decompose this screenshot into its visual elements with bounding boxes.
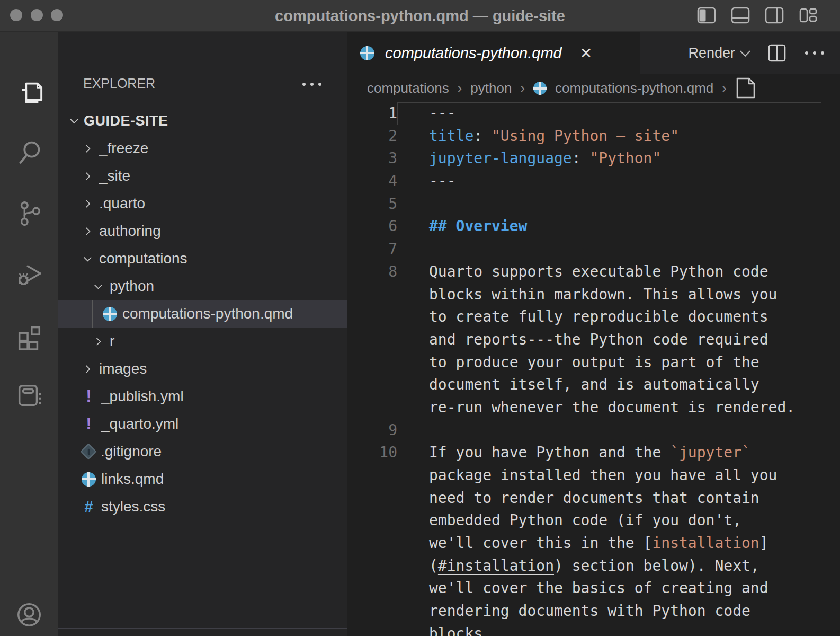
tree-item-r[interactable]: r bbox=[58, 328, 347, 355]
tree-item-styles-css[interactable]: #styles.css bbox=[58, 493, 347, 520]
tree-item--quarto[interactable]: .quarto bbox=[58, 190, 347, 217]
tab-label: computations-python.qmd bbox=[385, 45, 562, 62]
activity-bar bbox=[0, 32, 58, 636]
breadcrumb-item[interactable]: computations-python.qmd bbox=[555, 80, 713, 96]
tree-item-authoring[interactable]: authoring bbox=[58, 217, 347, 245]
code-row: (#installation) section below). Next, bbox=[347, 555, 840, 578]
quarto-file-icon bbox=[82, 472, 96, 487]
render-button[interactable]: Render bbox=[688, 45, 749, 61]
yaml-file-icon: ! bbox=[82, 414, 96, 434]
code-row: re-run whenever the document is rendered… bbox=[347, 396, 840, 419]
code-row: and reports---the Python code required bbox=[347, 329, 840, 351]
tree-item-images[interactable]: images bbox=[58, 355, 347, 383]
git-file-icon bbox=[80, 443, 96, 460]
code-line[interactable] bbox=[397, 193, 429, 216]
layout-panel-icon[interactable] bbox=[731, 7, 750, 24]
code-line[interactable] bbox=[397, 238, 429, 261]
chevron-down-icon bbox=[740, 46, 750, 57]
debug-icon[interactable] bbox=[15, 260, 43, 288]
code-line[interactable]: need to render documents that contain bbox=[397, 487, 759, 510]
editor-more-actions-icon[interactable] bbox=[805, 51, 824, 55]
code-row: package installed then you have all you bbox=[347, 464, 840, 487]
code-line[interactable]: package installed then you have all you bbox=[397, 464, 777, 487]
code-line[interactable]: re-run whenever the document is rendered… bbox=[397, 396, 795, 419]
scrollbar[interactable] bbox=[821, 102, 821, 636]
tree-item-label: images bbox=[99, 360, 147, 377]
line-number: 1 bbox=[347, 102, 397, 125]
code-line[interactable]: If you have Python and the `jupyter` bbox=[397, 441, 750, 464]
layout-sidebar-right-icon[interactable] bbox=[765, 7, 784, 24]
section-header-outline[interactable]: OUTLINE bbox=[58, 631, 347, 636]
code-line[interactable]: embedded Python code (if you don't, bbox=[397, 509, 741, 532]
line-number: 5 bbox=[347, 193, 397, 216]
explorer-sidebar: EXPLORER GUIDE-SITE _freeze_site.quartoa… bbox=[58, 32, 347, 636]
breadcrumb-separator-icon: › bbox=[458, 80, 462, 96]
tree-item--freeze[interactable]: _freeze bbox=[58, 135, 347, 162]
code-line[interactable]: rendering documents with Python code bbox=[397, 600, 750, 623]
code-row: 3jupyter-language: "Python" bbox=[347, 147, 840, 170]
tree-item--gitignore[interactable]: .gitignore bbox=[58, 438, 347, 465]
tree-item-label: python bbox=[110, 278, 154, 295]
layout-customize-icon[interactable] bbox=[799, 7, 818, 24]
code-line[interactable]: to produce your output is part of the bbox=[397, 351, 759, 374]
code-row: rendering documents with Python code bbox=[347, 600, 840, 623]
code-area[interactable]: 1---2title: "Using Python – site"3jupyte… bbox=[347, 102, 840, 636]
render-label: Render bbox=[688, 45, 735, 61]
tree-item-computations[interactable]: computations bbox=[58, 245, 347, 272]
line-number bbox=[347, 577, 397, 600]
split-editor-icon[interactable] bbox=[768, 43, 786, 63]
extensions-icon[interactable] bbox=[15, 321, 43, 350]
notebook-icon[interactable] bbox=[15, 381, 43, 409]
code-line[interactable]: document itself, and is automatically bbox=[397, 374, 759, 396]
chevron-right-icon bbox=[82, 143, 94, 155]
code-line[interactable]: --- bbox=[397, 102, 456, 125]
breadcrumb: computations›python›computations-python.… bbox=[347, 74, 840, 102]
code-line[interactable]: blocks. bbox=[397, 623, 492, 636]
tab-computations-python[interactable]: computations-python.qmd ✕ bbox=[347, 32, 640, 74]
tree-item-python[interactable]: python bbox=[58, 272, 347, 300]
code-line[interactable] bbox=[397, 419, 429, 442]
code-line[interactable]: to create fully reproducible documents bbox=[397, 306, 768, 329]
code-line[interactable]: --- bbox=[397, 170, 456, 193]
tree-item--publish-yml[interactable]: !_publish.yml bbox=[58, 383, 347, 410]
code-row: 1--- bbox=[347, 102, 840, 125]
code-line[interactable]: and reports---the Python code required bbox=[397, 329, 768, 351]
code-line[interactable]: we'll cover this in the [installation] bbox=[397, 532, 768, 555]
breadcrumb-item[interactable]: computations bbox=[367, 80, 449, 96]
search-icon[interactable] bbox=[15, 138, 43, 166]
code-line[interactable]: jupyter-language: "Python" bbox=[397, 147, 661, 170]
code-line[interactable]: ## Overview bbox=[397, 215, 527, 238]
line-number: 7 bbox=[347, 238, 397, 261]
chevron-right-icon bbox=[82, 170, 94, 182]
line-number: 9 bbox=[347, 419, 397, 442]
code-row: we'll cover the basics of creating and bbox=[347, 577, 840, 600]
chevron-down-icon bbox=[68, 114, 81, 127]
tree-item--site[interactable]: _site bbox=[58, 162, 347, 190]
tree-item-label: computations-python.qmd bbox=[122, 305, 293, 322]
tree-item-label: _site bbox=[99, 167, 130, 184]
code-row: 4--- bbox=[347, 170, 840, 193]
tree-item--quarto-yml[interactable]: !_quarto.yml bbox=[58, 410, 347, 438]
close-icon[interactable]: ✕ bbox=[580, 45, 592, 62]
code-line[interactable]: title: "Using Python – site" bbox=[397, 125, 679, 148]
tree-item-computations-python-qmd[interactable]: computations-python.qmd bbox=[58, 300, 347, 328]
breadcrumb-item[interactable]: python bbox=[470, 80, 512, 96]
code-row: need to render documents that contain bbox=[347, 487, 840, 510]
code-line[interactable]: (#installation) section below). Next, bbox=[397, 555, 759, 578]
files-icon[interactable] bbox=[15, 78, 43, 107]
code-line[interactable]: Quarto supports executable Python code bbox=[397, 261, 768, 284]
more-actions-icon[interactable] bbox=[302, 83, 321, 86]
editor-pane: computations›python›computations-python.… bbox=[347, 74, 840, 636]
layout-sidebar-left-icon[interactable] bbox=[697, 7, 716, 24]
code-row: blocks. bbox=[347, 623, 840, 636]
file-tree: _freeze_site.quartoauthoringcomputations… bbox=[58, 135, 347, 520]
code-line[interactable]: we'll cover the basics of creating and bbox=[397, 577, 768, 600]
tree-item-links-qmd[interactable]: links.qmd bbox=[58, 465, 347, 493]
chevron-down-icon bbox=[92, 280, 104, 293]
code-row: we'll cover this in the [installation] bbox=[347, 532, 840, 555]
git-branch-icon[interactable] bbox=[15, 199, 43, 227]
account-icon[interactable] bbox=[15, 600, 43, 629]
code-line[interactable]: blocks within markdown. This allows you bbox=[397, 284, 777, 306]
code-row: document itself, and is automatically bbox=[347, 374, 840, 396]
section-header-guide-site[interactable]: GUIDE-SITE bbox=[58, 108, 347, 134]
